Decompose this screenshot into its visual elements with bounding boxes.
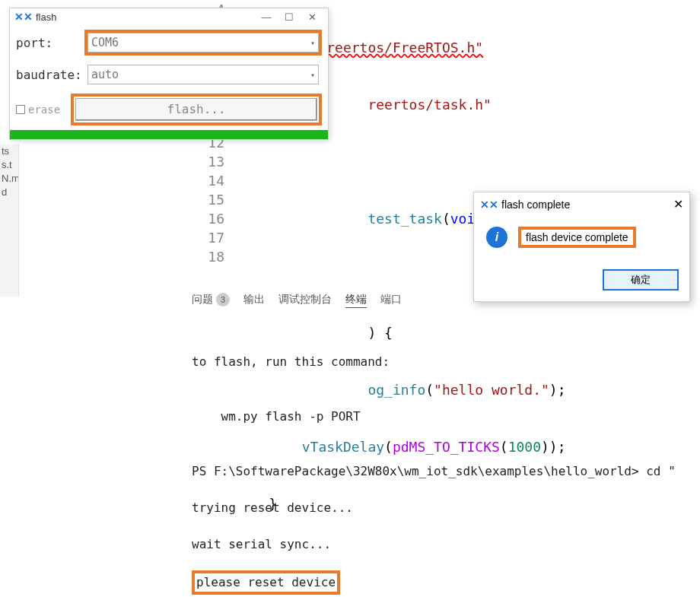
minimize-button[interactable]: — xyxy=(255,11,278,23)
terminal-output[interactable]: to flash, run this command: wm.py flash … xyxy=(192,335,694,597)
tab-ports[interactable]: 端口 xyxy=(380,293,402,306)
chevron-down-icon: ▾ xyxy=(310,71,315,79)
complete-message: flash device complete xyxy=(526,231,628,243)
flash-title: flash xyxy=(36,11,56,23)
info-icon: i xyxy=(486,227,508,248)
maximize-button[interactable]: ☐ xyxy=(278,11,301,23)
file-item[interactable]: ts xyxy=(0,144,18,158)
tab-debug-console[interactable]: 调试控制台 xyxy=(278,293,332,306)
flash-dialog: ✕✕ flash — ☐ ✕ port: COM6 ▾ baudrate: au… xyxy=(9,8,329,140)
erase-checkbox[interactable] xyxy=(16,105,25,114)
tab-problems[interactable]: 问题3 xyxy=(192,293,230,306)
app-icon: ✕✕ xyxy=(14,11,33,23)
flash-dialog-titlebar[interactable]: ✕✕ flash — ☐ ✕ xyxy=(10,8,328,25)
port-select[interactable]: COM6 ▾ xyxy=(88,33,319,52)
flash-button[interactable]: flash... xyxy=(75,98,317,121)
erase-label: erase xyxy=(28,103,60,116)
close-icon[interactable]: ✕ xyxy=(673,197,683,211)
progress-bar xyxy=(10,130,328,139)
baudrate-label: baudrate: xyxy=(16,68,84,82)
explorer-sidebar: ts s.t N.md d xyxy=(0,144,19,297)
complete-title-text: flash complete xyxy=(501,198,570,211)
file-item[interactable]: d xyxy=(0,186,18,199)
port-label: port: xyxy=(16,36,84,50)
panel-tabs: 问题3 输出 调试控制台 终端 端口 xyxy=(192,293,402,306)
baudrate-select[interactable]: auto ▾ xyxy=(88,65,319,84)
chevron-down-icon: ▾ xyxy=(310,39,315,47)
tab-terminal[interactable]: 终端 xyxy=(345,293,367,306)
highlighted-terminal-line: please reset device xyxy=(192,570,340,595)
file-item[interactable]: N.md xyxy=(0,172,18,186)
problems-badge: 3 xyxy=(216,293,230,306)
app-icon: ✕✕ xyxy=(480,198,498,211)
tab-output[interactable]: 输出 xyxy=(243,293,265,306)
ok-button[interactable]: 确定 xyxy=(603,269,679,291)
file-item[interactable]: s.t xyxy=(0,158,18,172)
close-button[interactable]: ✕ xyxy=(301,11,323,23)
complete-titlebar[interactable]: ✕✕ flash complete ✕ xyxy=(474,192,689,216)
flash-complete-dialog: ✕✕ flash complete ✕ i flash device compl… xyxy=(473,192,690,302)
